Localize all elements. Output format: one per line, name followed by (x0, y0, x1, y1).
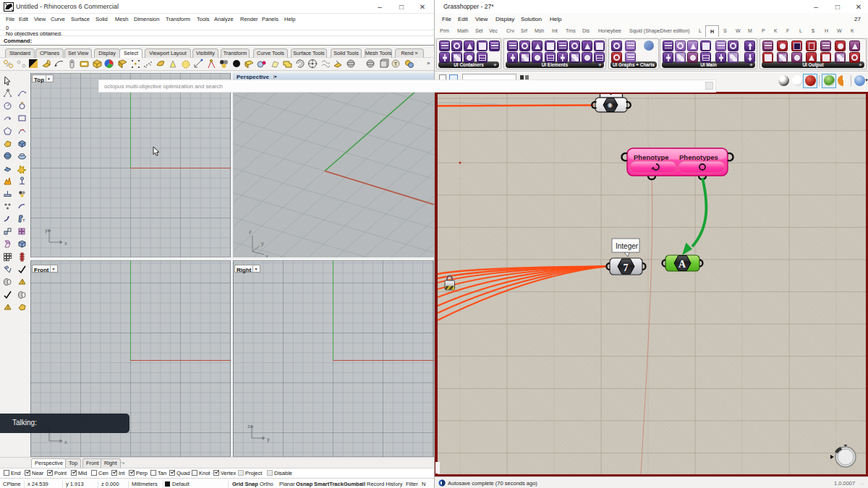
svg-text:❋: ❋ (608, 102, 613, 109)
svg-text:Integer: Integer (616, 242, 639, 250)
svg-text:T: T (394, 61, 398, 67)
svg-text:7: 7 (624, 262, 629, 273)
svg-text:z: z (249, 228, 252, 235)
svg-text:Phenotype: Phenotype (634, 153, 669, 161)
svg-text:y: y (261, 240, 264, 247)
svg-text:T: T (22, 218, 25, 223)
svg-text:A: A (678, 259, 686, 270)
svg-text:x: x (64, 240, 67, 247)
svg-text:z: z (247, 423, 250, 429)
svg-text:y: y (267, 436, 270, 442)
svg-text:Phenotypes: Phenotypes (679, 153, 718, 161)
svg-text:x: x (64, 439, 67, 445)
svg-text:y: y (45, 227, 48, 234)
